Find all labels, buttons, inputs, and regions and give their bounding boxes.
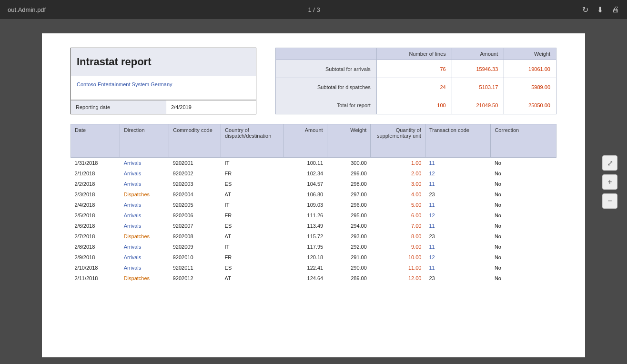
summary-row: Total for report 100 21049.50 25050.00: [276, 96, 556, 114]
zoom-controls: ⤢ + −: [602, 155, 617, 209]
cell-direction: Dispatches: [120, 189, 169, 200]
summary-label: Subtotal for arrivals: [276, 60, 377, 78]
summary-amount: 15946.33: [452, 60, 504, 78]
cell-date: 2/7/2018: [71, 231, 120, 242]
cell-qty: 9.00: [371, 242, 425, 252]
zoom-in-button[interactable]: +: [602, 174, 617, 190]
col-header-weight: Weight: [327, 124, 371, 158]
cell-country: AT: [221, 231, 283, 242]
print-icon[interactable]: 🖨: [612, 5, 619, 14]
cell-date: 2/8/2018: [71, 242, 120, 252]
cell-weight: 300.00: [327, 158, 371, 169]
cell-amount: 100.11: [283, 158, 327, 169]
zoom-fit-button[interactable]: ⤢: [602, 155, 617, 171]
table-row: 1/31/2018 Arrivals 9202001 IT 100.11 300…: [71, 158, 556, 169]
cell-qty: 2.00: [371, 168, 425, 179]
cell-transaction: 12: [425, 252, 491, 263]
table-row: 2/9/2018 Arrivals 9202010 FR 120.18 291.…: [71, 252, 556, 263]
header-section: Intrastat report Contoso Entertainment S…: [71, 48, 556, 114]
cell-direction: Arrivals: [120, 210, 169, 221]
cell-direction: Dispatches: [120, 231, 169, 242]
cell-weight: 297.00: [327, 189, 371, 200]
reporting-date-label: Reporting date: [71, 101, 166, 114]
cell-transaction: 11: [425, 179, 491, 189]
cell-weight: 292.00: [327, 242, 371, 252]
summary-table: Number of lines Amount Weight Subtotal f…: [275, 48, 556, 114]
cell-correction: No: [491, 273, 556, 283]
cell-qty: 12.00: [371, 273, 425, 283]
cell-country: ES: [221, 221, 283, 231]
table-row: 2/5/2018 Arrivals 9202006 FR 111.26 295.…: [71, 210, 556, 221]
cell-commodity: 9202012: [169, 273, 221, 283]
col-header-country: Country of dispatch/destination: [221, 124, 283, 158]
report-company: Contoso Entertainment System Germany: [77, 81, 172, 87]
data-table: Date Direction Commodity code Country of…: [71, 124, 556, 283]
cell-qty: 7.00: [371, 221, 425, 231]
cell-amount: 117.95: [283, 242, 327, 252]
toolbar-left: out.Admin.pdf: [8, 6, 46, 13]
report-info-box: Intrastat report Contoso Entertainment S…: [71, 48, 256, 114]
cell-commodity: 9202005: [169, 200, 221, 210]
cell-direction: Dispatches: [120, 273, 169, 283]
cell-amount: 122.41: [283, 263, 327, 273]
cell-commodity: 9202007: [169, 221, 221, 231]
cell-commodity: 9202010: [169, 252, 221, 263]
summary-weight: 25050.00: [504, 96, 556, 114]
cell-country: IT: [221, 158, 283, 169]
table-row: 2/7/2018 Dispatches 9202008 AT 115.72 29…: [71, 231, 556, 242]
col-header-commodity: Commodity code: [169, 124, 221, 158]
cell-weight: 290.00: [327, 263, 371, 273]
refresh-icon[interactable]: ↻: [582, 5, 588, 14]
table-row: 2/11/2018 Dispatches 9202012 AT 124.64 2…: [71, 273, 556, 283]
cell-transaction: 11: [425, 200, 491, 210]
table-row: 2/10/2018 Arrivals 9202011 ES 122.41 290…: [71, 263, 556, 273]
table-row: 2/3/2018 Dispatches 9202004 AT 106.80 29…: [71, 189, 556, 200]
cell-correction: No: [491, 231, 556, 242]
cell-country: IT: [221, 200, 283, 210]
cell-correction: No: [491, 263, 556, 273]
toolbar-center: 1 / 3: [308, 6, 320, 13]
col-header-correction: Correction: [491, 124, 556, 158]
download-icon[interactable]: ⬇: [597, 5, 603, 14]
cell-correction: No: [491, 210, 556, 221]
cell-qty: 3.00: [371, 179, 425, 189]
cell-direction: Arrivals: [120, 221, 169, 231]
cell-commodity: 9202011: [169, 263, 221, 273]
cell-commodity: 9202009: [169, 242, 221, 252]
report-date-row: Reporting date 2/4/2019: [71, 100, 256, 114]
table-row: 2/6/2018 Arrivals 9202007 ES 113.49 294.…: [71, 221, 556, 231]
cell-commodity: 9202008: [169, 231, 221, 242]
cell-amount: 106.80: [283, 189, 327, 200]
col-header-amount: Amount: [283, 124, 327, 158]
toolbar-right: ↻ ⬇ 🖨: [582, 5, 619, 14]
cell-direction: Arrivals: [120, 242, 169, 252]
cell-amount: 115.72: [283, 231, 327, 242]
cell-country: AT: [221, 273, 283, 283]
cell-commodity: 9202004: [169, 189, 221, 200]
cell-correction: No: [491, 189, 556, 200]
cell-correction: No: [491, 168, 556, 179]
cell-commodity: 9202002: [169, 168, 221, 179]
cell-amount: 111.26: [283, 210, 327, 221]
table-row: 2/4/2018 Arrivals 9202005 IT 109.03 296.…: [71, 200, 556, 210]
summary-amount: 5103.17: [452, 78, 504, 96]
cell-transaction: 23: [425, 231, 491, 242]
cell-weight: 294.00: [327, 221, 371, 231]
cell-commodity: 9202003: [169, 179, 221, 189]
zoom-out-button[interactable]: −: [602, 193, 617, 209]
table-row: 2/2/2018 Arrivals 9202003 ES 104.57 298.…: [71, 179, 556, 189]
cell-weight: 293.00: [327, 231, 371, 242]
table-row: 2/1/2018 Arrivals 9202002 FR 102.34 299.…: [71, 168, 556, 179]
summary-weight: 19061.00: [504, 60, 556, 78]
cell-qty: 5.00: [371, 200, 425, 210]
cell-date: 2/4/2018: [71, 200, 120, 210]
summary-label: Subtotal for dispatches: [276, 78, 377, 96]
cell-country: FR: [221, 252, 283, 263]
cell-amount: 104.57: [283, 179, 327, 189]
cell-country: ES: [221, 179, 283, 189]
cell-date: 2/11/2018: [71, 273, 120, 283]
cell-date: 2/5/2018: [71, 210, 120, 221]
cell-correction: No: [491, 242, 556, 252]
cell-correction: No: [491, 158, 556, 169]
cell-date: 2/2/2018: [71, 179, 120, 189]
